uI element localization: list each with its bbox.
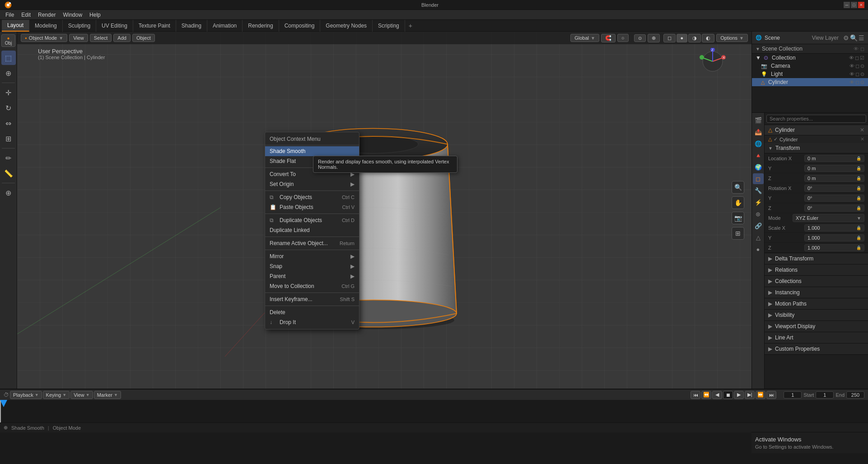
stop-button[interactable]: ⏹: [723, 391, 733, 399]
outliner-collection[interactable]: ▼ ⊙ Collection 👁 ◻ ☑: [752, 54, 868, 62]
ctx-duplicate-objects[interactable]: ⧉ Duplicate Objects Ctrl D: [265, 215, 359, 225]
cylinder-render-btn[interactable]: 👁: [849, 79, 854, 85]
cylinder-sel-btn[interactable]: ◻: [855, 79, 859, 85]
grid-button[interactable]: ⊞: [732, 227, 744, 240]
global-dropdown[interactable]: Global ▼: [570, 34, 599, 42]
line-art-section[interactable]: ▶ Line Art: [765, 332, 868, 343]
overlay-button[interactable]: ⊙: [634, 34, 646, 42]
relations-section[interactable]: ▶ Relations: [765, 264, 868, 276]
ctx-mirror[interactable]: Mirror ▶: [265, 251, 359, 261]
props-object-icon[interactable]: ◻: [753, 173, 764, 184]
ctx-set-origin[interactable]: Set Origin ▶: [265, 179, 359, 189]
tab-compositing[interactable]: Compositing: [279, 20, 321, 32]
zoom-in-button[interactable]: 🔍: [732, 181, 744, 194]
ctx-rename[interactable]: Rename Active Object... Return: [265, 238, 359, 248]
menu-render[interactable]: Render: [34, 10, 59, 19]
scale-x-value[interactable]: 1.000 🔒: [804, 224, 864, 232]
select-menu-button[interactable]: Select: [90, 34, 112, 42]
collection-render-btn[interactable]: 👁: [849, 55, 854, 61]
mode-dropdown[interactable]: ● Obj: [1, 34, 15, 47]
scale-z-value[interactable]: 1.000 🔒: [804, 244, 864, 251]
next-keyframe-button[interactable]: ▶|: [745, 391, 755, 399]
wireframe-button[interactable]: ◻: [663, 34, 676, 42]
current-frame-input[interactable]: [784, 391, 802, 399]
tab-animation[interactable]: Animation: [207, 20, 243, 32]
tab-texture-paint[interactable]: Texture Paint: [133, 20, 176, 32]
outliner-camera[interactable]: 📷 Camera 👁 ◻ ⊙: [752, 62, 868, 70]
camera-render-btn[interactable]: 👁: [849, 63, 854, 69]
marker-menu[interactable]: Marker ▼: [94, 391, 121, 399]
rotation-z-value[interactable]: 0° 🔒: [804, 204, 864, 212]
object-mode-dropdown[interactable]: ● Object Mode ▼: [21, 34, 67, 42]
mode-dropdown-value[interactable]: XYZ Euler ▼: [793, 214, 864, 222]
props-physics-icon[interactable]: ⊛: [753, 209, 764, 219]
rotate-button[interactable]: ↻: [1, 101, 16, 115]
ctx-delete[interactable]: Delete: [265, 307, 359, 317]
rotation-y-value[interactable]: 0° 🔒: [804, 195, 864, 202]
viewport-gizmo[interactable]: X Z: [699, 48, 726, 75]
ctx-copy-objects[interactable]: ⧉ Copy Objects Ctrl C: [265, 192, 359, 202]
ctx-parent[interactable]: Parent ▶: [265, 271, 359, 281]
menu-file[interactable]: File: [2, 10, 18, 19]
visibility-section[interactable]: ▶ Visibility: [765, 310, 868, 321]
obj-close-btn[interactable]: ✕: [860, 127, 864, 133]
menu-help[interactable]: Help: [86, 10, 104, 19]
add-workspace-button[interactable]: +: [405, 22, 416, 29]
props-output-icon[interactable]: 📤: [753, 126, 764, 137]
light-sel-btn[interactable]: ◻: [855, 71, 859, 77]
xray-button[interactable]: ⊕: [648, 34, 660, 42]
tab-layout[interactable]: Layout: [2, 20, 29, 32]
tab-modeling[interactable]: Modeling: [29, 20, 63, 32]
delta-transform-section[interactable]: ▶ Delta Transform: [765, 253, 868, 264]
transform-button[interactable]: ⊞: [1, 131, 16, 146]
outliner-cylinder[interactable]: △ Cylinder 👁 ◻ ⊙: [752, 78, 868, 86]
ctx-shade-smooth[interactable]: Shade Smooth: [265, 146, 359, 156]
rendered-button[interactable]: ◐: [702, 34, 714, 42]
play-button[interactable]: ▶: [734, 391, 744, 399]
cursor-button[interactable]: ⊕: [1, 66, 16, 80]
solid-button[interactable]: ●: [677, 34, 688, 42]
location-y-value[interactable]: 0 m 🔒: [804, 165, 864, 172]
menu-window[interactable]: Window: [59, 10, 86, 19]
tab-rendering[interactable]: Rendering: [243, 20, 279, 32]
props-world-icon[interactable]: 🌍: [753, 162, 764, 172]
props-data-icon[interactable]: △: [753, 232, 764, 243]
measure-button[interactable]: 📏: [1, 166, 16, 181]
location-x-value[interactable]: 0 m 🔒: [804, 155, 864, 162]
light-hide-btn[interactable]: ⊙: [860, 71, 864, 77]
jump-start-button[interactable]: ⏮: [691, 391, 700, 399]
start-frame-input[interactable]: [816, 391, 834, 399]
transform-header[interactable]: ▼ Transform: [765, 143, 868, 153]
ctx-move-to-collection[interactable]: Move to Collection Ctrl G: [265, 281, 359, 291]
proportional-edit-button[interactable]: ○: [617, 34, 629, 42]
next-frame-button[interactable]: ⏩: [756, 391, 765, 399]
annotate-button[interactable]: ✏: [1, 151, 16, 165]
hand-tool-button[interactable]: ✋: [732, 196, 744, 209]
custom-props-section[interactable]: ▶ Custom Properties: [765, 343, 868, 355]
tab-scripting[interactable]: Scripting: [373, 20, 405, 32]
move-button[interactable]: ✛: [1, 85, 16, 100]
outliner-filter-button[interactable]: ⚙: [843, 34, 849, 42]
close-button[interactable]: ✕: [858, 2, 864, 8]
ctx-drop-it[interactable]: ↓ Drop It V: [265, 317, 359, 327]
jump-end-button[interactable]: ⏭: [766, 391, 776, 399]
viewport-display-section[interactable]: ▶ Viewport Display: [765, 321, 868, 332]
outliner-search-button[interactable]: 🔍: [850, 34, 858, 42]
camera-hide-btn[interactable]: ⊙: [860, 63, 864, 69]
light-render-btn[interactable]: 👁: [849, 71, 854, 77]
collection-viewport-btn[interactable]: ◻: [855, 55, 859, 61]
scene-collection-row[interactable]: ▼ Scene Collection 👁 ◻: [752, 44, 868, 54]
sub-obj-close[interactable]: ✕: [860, 136, 864, 142]
collection-exclude-btn[interactable]: ☑: [860, 55, 864, 61]
tab-shading[interactable]: Shading: [176, 20, 207, 32]
props-scene-icon[interactable]: 🔺: [753, 150, 764, 161]
prev-keyframe-button[interactable]: ◀: [712, 391, 722, 399]
view-menu-tl[interactable]: View ▼: [70, 391, 93, 399]
scale-y-value[interactable]: 1.000 🔒: [804, 234, 864, 241]
ctx-snap[interactable]: Snap ▶: [265, 261, 359, 271]
ctx-insert-keyframe[interactable]: Insert Keyframe... Shift S: [265, 294, 359, 304]
props-search-input[interactable]: [766, 115, 866, 123]
tab-uv-editing[interactable]: UV Editing: [96, 20, 133, 32]
cylinder-hide-btn[interactable]: ⊙: [860, 79, 864, 85]
ctx-duplicate-linked[interactable]: Duplicate Linked: [265, 225, 359, 235]
